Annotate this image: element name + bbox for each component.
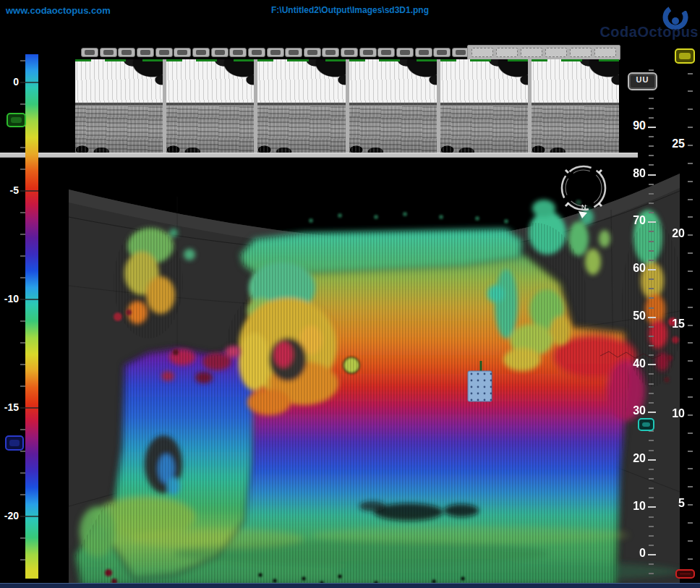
filmstrip-group-cell[interactable]	[471, 48, 493, 57]
ruler-tick	[649, 231, 654, 232]
ruler-label: 20	[621, 452, 646, 465]
ruler-label: 25	[660, 137, 685, 150]
colorbar-tick	[20, 385, 25, 387]
thumbnail-range-marks	[440, 59, 528, 61]
ruler-tick	[649, 469, 654, 470]
ruler-tick	[649, 164, 654, 166]
filmstrip-group-cell[interactable]	[496, 48, 518, 57]
sonar-thumbnail[interactable]	[349, 59, 437, 153]
sonar-3d-view[interactable]: N	[0, 156, 700, 584]
depth-colorbar	[25, 54, 38, 579]
colorbar-navy-marker-button[interactable]	[5, 435, 24, 451]
filmstrip-frame-button[interactable]	[211, 48, 229, 57]
filmstrip-frame-button[interactable]	[192, 48, 210, 57]
ruler-tick	[649, 336, 654, 337]
colorbar-tick	[20, 494, 25, 495]
ruler-tick	[649, 250, 654, 252]
filmstrip-frame-button[interactable]	[229, 48, 247, 57]
website-link[interactable]: www.codaoctopus.com	[6, 5, 111, 16]
ruler-tick	[688, 73, 693, 74]
filmstrip-frame-button[interactable]	[248, 48, 265, 57]
ruler-tick	[648, 269, 656, 270]
ruler-tick	[649, 241, 654, 242]
marker-inner	[9, 440, 20, 446]
thumbnail-seabed-texture	[166, 106, 254, 153]
filmstrip-group-cell[interactable]	[594, 48, 616, 57]
ruler-tick	[688, 163, 693, 164]
filmstrip-group-cell[interactable]	[521, 48, 542, 57]
colorbar-tick	[20, 147, 25, 148]
sonar-thumbnail-strip	[75, 59, 619, 153]
filmstrip-frame-button[interactable]	[341, 48, 358, 57]
filmstrip-frame-button[interactable]	[377, 48, 395, 57]
uu-marker-button[interactable]: UU	[628, 72, 657, 90]
ruler-tick	[648, 459, 656, 461]
ruler-tick	[648, 506, 656, 508]
ruler-tick	[648, 221, 656, 223]
ruler-tick	[649, 278, 654, 280]
ruler-tick	[649, 393, 654, 394]
sonar-thumbnail[interactable]	[440, 59, 528, 153]
ruler-tick	[649, 288, 654, 289]
ruler-label: 70	[621, 214, 646, 227]
filmstrip-selected-group[interactable]	[467, 45, 620, 60]
ruler-teal-marker-button[interactable]	[638, 418, 654, 431]
sonar-thumbnail[interactable]	[532, 59, 619, 153]
ruler-tick	[648, 317, 656, 318]
ruler-tick	[649, 155, 654, 156]
colorbar-tick	[20, 277, 25, 278]
colorbar-tick-label: -10	[1, 293, 19, 304]
ruler-tick	[649, 136, 654, 137]
filmstrip-frame-button[interactable]	[118, 48, 135, 57]
marker-inner	[679, 53, 691, 59]
filmstrip-frame-button[interactable]	[396, 48, 414, 57]
filmstrip-frame-button[interactable]	[322, 48, 339, 57]
ruler-tick	[649, 117, 654, 119]
ruler-tick	[649, 526, 654, 527]
ruler-red-marker-button[interactable]	[675, 569, 695, 579]
colorbar-tick-label: -20	[1, 510, 19, 521]
sonar-thumbnail[interactable]	[257, 59, 345, 153]
colorbar-tick	[20, 516, 38, 517]
filmstrip-frame-button[interactable]	[415, 48, 432, 57]
ruler-tick	[688, 468, 693, 469]
filmstrip-group-cell[interactable]	[570, 48, 592, 57]
ruler-yellow-marker-button[interactable]	[675, 48, 695, 64]
ruler-tick	[649, 440, 654, 441]
filmstrip-frame-button[interactable]	[100, 48, 117, 57]
ruler-tick	[688, 181, 693, 182]
logo-text: CodaOctopus	[599, 24, 699, 41]
filmstrip-frame-button[interactable]	[81, 48, 98, 57]
ruler-tick	[649, 260, 654, 261]
colorbar-tick	[20, 169, 25, 170]
filmstrip-group-cell[interactable]	[545, 48, 567, 57]
ruler-tick	[688, 396, 693, 398]
filmstrip-frame-button[interactable]	[155, 48, 173, 57]
sonar-thumbnail[interactable]	[75, 59, 163, 153]
colorbar-tick-label: 0	[1, 76, 19, 88]
filmstrip-frame-button[interactable]	[137, 48, 154, 57]
filmstrip-frame-button[interactable]	[267, 48, 284, 57]
colorbar-tick	[20, 82, 38, 83]
ruler-label: 30	[621, 404, 646, 417]
filmstrip-frame-button[interactable]	[433, 48, 451, 57]
ruler-label: 40	[621, 357, 646, 370]
marker-inner	[642, 422, 650, 427]
ruler-tick	[688, 433, 693, 434]
thumbnail-range-marks	[166, 59, 254, 61]
ruler-tick	[649, 69, 654, 71]
thumbnail-seabed-texture	[349, 106, 437, 153]
thumbnail-range-marks	[349, 59, 437, 61]
ruler-tick	[648, 127, 656, 128]
bottom-status-bar	[0, 583, 700, 588]
filmstrip-frame-button[interactable]	[359, 48, 377, 57]
ruler-tick	[688, 540, 693, 542]
ruler-tick	[688, 360, 693, 362]
colorbar-green-marker-button[interactable]	[7, 113, 26, 127]
sonar-thumbnail[interactable]	[166, 59, 254, 153]
ruler-tick	[649, 108, 654, 109]
filmstrip-frame-button[interactable]	[285, 48, 302, 57]
filmstrip-frame-button[interactable]	[304, 48, 321, 57]
marker-inner	[11, 117, 22, 123]
filmstrip-frame-button[interactable]	[174, 48, 191, 57]
